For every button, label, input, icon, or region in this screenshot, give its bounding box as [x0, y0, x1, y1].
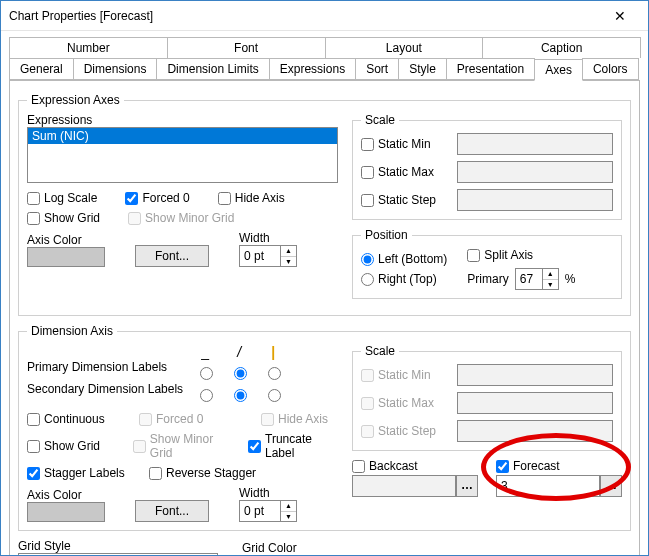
dim-show-minor-grid-checkbox: Show Minor Grid — [133, 432, 226, 460]
position-legend: Position — [361, 228, 412, 242]
dim-scale-group: Scale Static Min Static Max Static Step — [352, 344, 622, 451]
forecast-checkbox[interactable]: Forecast — [496, 459, 622, 473]
tab-general[interactable]: General — [9, 58, 74, 80]
tab-style[interactable]: Style — [398, 58, 447, 80]
tab-presentation[interactable]: Presentation — [446, 58, 535, 80]
show-grid-checkbox[interactable]: Show Grid — [27, 211, 100, 225]
hide-axis-checkbox[interactable]: Hide Axis — [218, 191, 285, 205]
up-icon[interactable]: ▲ — [281, 501, 296, 512]
dim-static-step-field — [457, 420, 613, 442]
log-scale-checkbox[interactable]: Log Scale — [27, 191, 97, 205]
expr-width-label: Width — [239, 231, 297, 245]
titlebar: Chart Properties [Forecast] ✕ — [1, 1, 648, 31]
position-group: Position Left (Bottom) Right (Top) Split… — [352, 228, 622, 299]
axes-page: Expression Axes Expressions Sum (NIC) Lo… — [9, 81, 640, 556]
tabs-row-bottom: General Dimensions Dimension Limits Expr… — [9, 58, 640, 81]
tick-col-slash: / — [237, 344, 241, 358]
down-icon[interactable]: ▼ — [543, 280, 558, 290]
up-icon[interactable]: ▲ — [281, 246, 296, 257]
split-axis-checkbox[interactable]: Split Axis — [467, 248, 575, 262]
tab-number[interactable]: Number — [9, 37, 168, 58]
dim-forced0-checkbox: Forced 0 — [139, 412, 239, 426]
down-icon[interactable]: ▼ — [281, 512, 296, 522]
continuous-checkbox[interactable]: Continuous — [27, 412, 117, 426]
expr-scale-group: Scale Static Min Static Max Static Step — [352, 113, 622, 220]
close-button[interactable]: ✕ — [600, 2, 640, 30]
pos-left-radio[interactable]: Left (Bottom) — [361, 252, 447, 266]
expr-width-input[interactable] — [240, 246, 280, 266]
dim-width-input[interactable] — [240, 501, 280, 521]
axis-color-swatch[interactable] — [27, 247, 105, 267]
tab-axes[interactable]: Axes — [534, 59, 583, 81]
stagger-labels-checkbox[interactable]: Stagger Labels — [27, 466, 127, 480]
dim-width-spinner[interactable]: ▲▼ — [239, 500, 297, 522]
tab-font[interactable]: Font — [167, 37, 326, 58]
dimension-axis-legend: Dimension Axis — [27, 324, 117, 338]
show-minor-grid-checkbox: Show Minor Grid — [128, 211, 234, 225]
dim-hide-axis-checkbox: Hide Axis — [261, 412, 328, 426]
axis-color-label: Axis Color — [27, 233, 105, 247]
dim-show-grid-checkbox[interactable]: Show Grid — [27, 439, 111, 453]
primary-dim-labels: Primary Dimension Labels — [27, 360, 183, 374]
static-max-field — [457, 161, 613, 183]
primary-label: Primary — [467, 272, 508, 286]
static-min-checkbox[interactable]: Static Min — [361, 137, 449, 151]
tab-layout[interactable]: Layout — [325, 37, 484, 58]
dim-static-min-field — [457, 364, 613, 386]
dim-scale-legend: Scale — [361, 344, 399, 358]
backcast-browse-button[interactable]: … — [456, 475, 478, 497]
dimension-axis-group: Dimension Axis Primary Dimension Labels … — [18, 324, 631, 531]
tab-colors[interactable]: Colors — [582, 58, 639, 80]
dim-axis-color-swatch[interactable] — [27, 502, 105, 522]
percent-label: % — [565, 272, 576, 286]
tab-sort[interactable]: Sort — [355, 58, 399, 80]
backcast-field — [352, 475, 456, 497]
expr-width-spinner[interactable]: ▲▼ — [239, 245, 297, 267]
tick-col-flat: _ — [201, 344, 209, 358]
expression-axes-legend: Expression Axes — [27, 93, 124, 107]
truncate-label-checkbox[interactable]: Truncate Label — [248, 432, 338, 460]
pos-right-radio[interactable]: Right (Top) — [361, 272, 447, 286]
window-title: Chart Properties [Forecast] — [9, 9, 600, 23]
static-step-field — [457, 189, 613, 211]
forecast-field[interactable] — [496, 475, 600, 497]
tab-dimension-limits[interactable]: Dimension Limits — [156, 58, 269, 80]
tab-expressions[interactable]: Expressions — [269, 58, 356, 80]
primary-input[interactable] — [516, 269, 542, 289]
tab-caption[interactable]: Caption — [482, 37, 641, 58]
tick-col-vert: | — [271, 344, 275, 358]
expr-scale-legend: Scale — [361, 113, 399, 127]
secondary-dim-labels: Secondary Dimension Labels — [27, 382, 183, 396]
expressions-label: Expressions — [27, 113, 338, 127]
down-icon[interactable]: ▼ — [281, 257, 296, 267]
backcast-checkbox[interactable]: Backcast — [352, 459, 478, 473]
expression-axes-group: Expression Axes Expressions Sum (NIC) Lo… — [18, 93, 631, 316]
reverse-stagger-checkbox[interactable]: Reverse Stagger — [149, 466, 256, 480]
expression-item-0[interactable]: Sum (NIC) — [28, 128, 337, 144]
dim-static-max-field — [457, 392, 613, 414]
dim-font-button[interactable]: Font... — [135, 500, 209, 522]
pdl-slash-radio[interactable] — [234, 367, 247, 380]
primary-spinner[interactable]: ▲▼ — [515, 268, 559, 290]
forced0-checkbox[interactable]: Forced 0 — [125, 191, 189, 205]
pdl-flat-radio[interactable] — [200, 367, 213, 380]
static-step-checkbox[interactable]: Static Step — [361, 193, 449, 207]
static-max-checkbox[interactable]: Static Max — [361, 165, 449, 179]
sdl-flat-radio[interactable] — [200, 389, 213, 402]
grid-style-label: Grid Style — [18, 539, 218, 553]
dim-width-label: Width — [239, 486, 297, 500]
expressions-listbox[interactable]: Sum (NIC) — [27, 127, 338, 183]
tab-dimensions[interactable]: Dimensions — [73, 58, 158, 80]
tabs-row-top: Number Font Layout Caption — [9, 37, 640, 58]
grid-color-label: Grid Color — [242, 541, 320, 555]
sdl-vert-radio[interactable] — [268, 389, 281, 402]
forecast-browse-button[interactable]: … — [600, 475, 622, 497]
dim-static-min-checkbox: Static Min — [361, 368, 449, 382]
expr-font-button[interactable]: Font... — [135, 245, 209, 267]
sdl-slash-radio[interactable] — [234, 389, 247, 402]
up-icon[interactable]: ▲ — [543, 269, 558, 280]
dim-static-step-checkbox: Static Step — [361, 424, 449, 438]
static-min-field — [457, 133, 613, 155]
pdl-vert-radio[interactable] — [268, 367, 281, 380]
dim-static-max-checkbox: Static Max — [361, 396, 449, 410]
